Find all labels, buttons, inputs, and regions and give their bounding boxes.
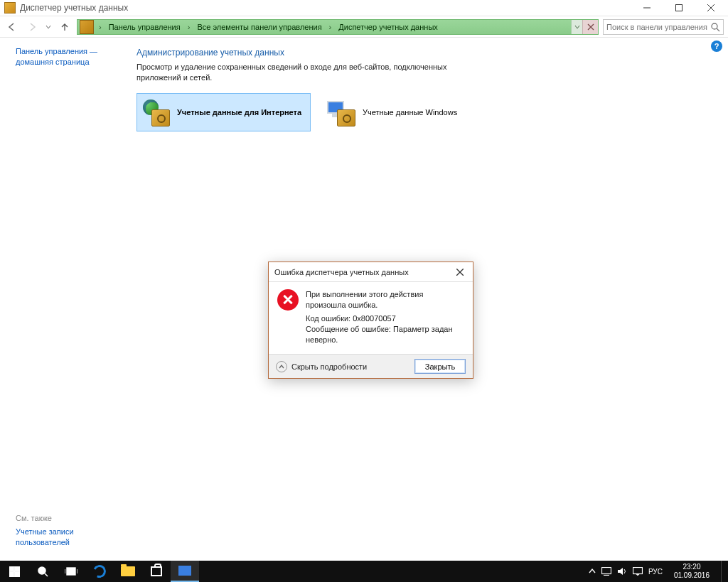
show-desktop-button[interactable] [721, 561, 725, 582]
nav-back-button[interactable] [4, 19, 20, 35]
volume-icon[interactable] [617, 567, 627, 576]
svg-point-12 [38, 567, 46, 574]
sidebar-user-accounts-link[interactable]: Учетные записи пользователей [16, 527, 115, 548]
tray-overflow-icon[interactable] [589, 568, 596, 575]
breadcrumb-seg-1[interactable]: Все элементы панели управления [193, 20, 326, 34]
dialog-message: При выполнении этого действия произошла … [306, 289, 464, 311]
system-tray: РУС 23:20 01.09.2016 [586, 561, 728, 582]
nav-history-dropdown[interactable] [44, 19, 53, 35]
tile-web-label: Учетные данные для Интернета [177, 108, 301, 117]
taskbar-search-button[interactable] [28, 561, 57, 582]
chevron-up-icon [276, 361, 287, 372]
dialog-close-button[interactable] [453, 265, 467, 279]
svg-rect-11 [14, 571, 20, 577]
sidebar: Панель управления — домашняя страница См… [0, 38, 122, 561]
nav-forward-button[interactable] [24, 19, 40, 35]
app-icon [4, 2, 16, 14]
svg-rect-10 [9, 571, 14, 577]
address-dropdown-button[interactable] [571, 20, 582, 34]
dialog-error-code: Код ошибки: 0x80070057 [306, 313, 464, 324]
chevron-right-icon: › [326, 23, 335, 31]
close-window-button[interactable] [695, 0, 727, 16]
dialog-text: При выполнении этого действия произошла … [306, 289, 464, 345]
search-icon [710, 22, 720, 32]
svg-rect-14 [67, 568, 75, 575]
store-icon [151, 566, 162, 576]
taskbar-clock[interactable]: 23:20 01.09.2016 [668, 561, 715, 581]
error-dialog: Ошибка диспетчера учетных данных При вып… [268, 262, 473, 379]
taskbar-app-edge[interactable] [85, 561, 114, 582]
clock-time: 23:20 [674, 563, 710, 571]
taskbar-app-control-panel[interactable] [171, 561, 199, 582]
svg-rect-19 [633, 568, 642, 574]
start-button[interactable] [0, 561, 28, 582]
windows-credentials-icon [327, 98, 355, 126]
location-icon [80, 20, 94, 34]
toolbar: › Панель управления › Все элементы панел… [0, 16, 728, 38]
svg-point-4 [712, 23, 717, 29]
error-icon [277, 289, 299, 311]
dialog-titlebar: Ошибка диспетчера учетных данных [269, 262, 473, 282]
chevron-right-icon: › [185, 23, 193, 31]
edge-icon [91, 563, 107, 579]
folder-icon [121, 566, 135, 576]
web-credentials-icon [141, 98, 170, 126]
see-also-label: См. также [16, 514, 115, 522]
notifications-icon[interactable] [633, 567, 643, 576]
svg-rect-8 [9, 566, 14, 571]
breadcrumb-seg-2[interactable]: Диспетчер учетных данных [334, 20, 442, 34]
svg-rect-9 [14, 566, 20, 571]
search-input[interactable] [606, 23, 710, 31]
svg-rect-17 [601, 568, 611, 574]
taskbar-app-explorer[interactable] [114, 561, 142, 582]
dialog-title-text: Ошибка диспетчера учетных данных [274, 268, 453, 276]
sidebar-home-link[interactable]: Панель управления — домашняя страница [16, 46, 115, 68]
chevron-right-icon: › [96, 23, 105, 31]
minimize-button[interactable] [631, 0, 663, 16]
svg-line-13 [45, 573, 48, 576]
nav-up-button[interactable] [57, 19, 73, 35]
input-indicator-icon[interactable] [601, 567, 611, 576]
maximize-button[interactable] [663, 0, 695, 16]
task-view-button[interactable] [57, 561, 85, 582]
svg-rect-1 [675, 5, 682, 11]
dialog-toggle-details[interactable]: Скрыть подробности [276, 361, 409, 372]
tile-windows-label: Учетные данные Windows [363, 108, 457, 117]
taskbar-app-store[interactable] [142, 561, 171, 582]
breadcrumb-seg-0[interactable]: Панель управления [105, 20, 185, 34]
taskbar: РУС 23:20 01.09.2016 [0, 561, 728, 582]
dialog-close-action-button[interactable]: Закрыть [414, 359, 466, 374]
search-box[interactable] [603, 19, 724, 35]
dialog-toggle-label: Скрыть подробности [291, 362, 367, 371]
window-title: Диспетчер учетных данных [20, 3, 631, 13]
dialog-error-detail: Сообщение об ошибке: Параметр задан неве… [306, 324, 464, 345]
page-description: Просмотр и удаление сохраненных сведений… [136, 62, 456, 83]
address-bar[interactable]: › Панель управления › Все элементы панел… [77, 19, 599, 35]
tile-web-credentials[interactable]: Учетные данные для Интернета [136, 93, 311, 131]
window-titlebar: Диспетчер учетных данных [0, 0, 728, 16]
refresh-button[interactable] [582, 20, 598, 34]
tile-windows-credentials[interactable]: Учетные данные Windows [322, 93, 466, 131]
page-heading: Администрирование учетных данных [136, 48, 714, 58]
control-panel-icon [178, 566, 191, 576]
clock-date: 01.09.2016 [674, 571, 710, 580]
language-indicator[interactable]: РУС [648, 568, 663, 576]
svg-line-5 [717, 28, 719, 31]
